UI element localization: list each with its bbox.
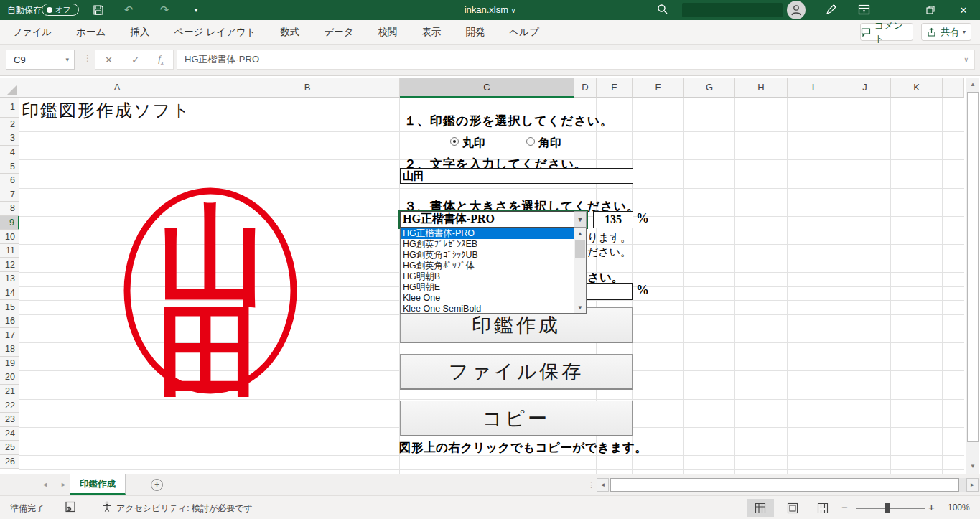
normal-view-icon[interactable] xyxy=(747,499,774,517)
sheet-nav-right-icon[interactable]: ► xyxy=(60,481,67,488)
cancel-icon[interactable]: ✕ xyxy=(105,55,113,65)
font-list-item-5[interactable]: HG明朝E xyxy=(401,282,574,293)
zoom-level[interactable]: 100% xyxy=(948,502,970,513)
row-header-18[interactable]: 18 xyxy=(0,342,19,357)
seal-text-input[interactable] xyxy=(400,168,633,184)
close-icon[interactable]: ✕ xyxy=(947,0,980,20)
ribbon-tab-8[interactable]: 開発 xyxy=(454,26,498,39)
row-header-13[interactable]: 13 xyxy=(0,272,19,286)
row-header-3[interactable]: 3 xyxy=(0,131,19,146)
row-header-2[interactable]: 2 xyxy=(0,118,19,132)
ribbon-tab-9[interactable]: ヘルプ xyxy=(498,26,551,39)
zoom-in-icon[interactable]: + xyxy=(928,501,935,513)
column-header-E[interactable]: E xyxy=(597,78,633,98)
scroll-up-icon[interactable]: ▲ xyxy=(967,78,979,90)
page-layout-view-icon[interactable] xyxy=(779,499,806,517)
row-header-7[interactable]: 7 xyxy=(0,187,19,202)
column-header-J[interactable]: J xyxy=(839,78,891,98)
zoom-slider-thumb[interactable] xyxy=(885,503,890,513)
column-header-H[interactable]: H xyxy=(735,78,788,98)
ribbon-tab-2[interactable]: 挿入 xyxy=(118,26,162,39)
column-header-F[interactable]: F xyxy=(633,78,684,98)
row-header-14[interactable]: 14 xyxy=(0,286,19,301)
zoom-slider[interactable] xyxy=(856,508,925,509)
hscroll-left-icon[interactable]: ◄ xyxy=(597,478,609,492)
row-header-21[interactable]: 21 xyxy=(0,385,19,399)
ink-pen-icon[interactable] xyxy=(823,2,839,17)
ribbon-tab-3[interactable]: ページ レイアウト xyxy=(162,26,268,39)
copy-button[interactable]: コピー xyxy=(400,401,633,436)
radio-kaku[interactable] xyxy=(526,137,535,146)
ribbon-tab-0[interactable]: ファイル xyxy=(0,26,64,39)
list-scroll-thumb[interactable] xyxy=(575,240,585,258)
font-list-item-2[interactable]: HG創英角ｺﾞｼｯｸUB xyxy=(401,250,574,261)
list-scrollbar[interactable]: ▲ ▼ xyxy=(574,228,586,313)
vertical-scrollbar[interactable]: ▲ ▼ xyxy=(966,78,979,474)
row-header-22[interactable]: 22 xyxy=(0,398,19,413)
macro-record-icon[interactable] xyxy=(65,501,76,513)
row-header-16[interactable]: 16 xyxy=(0,314,19,329)
row-header-6[interactable]: 6 xyxy=(0,174,19,188)
sheet-nav-left-icon[interactable]: ◄ xyxy=(42,481,48,488)
radio-kaku-label[interactable]: 角印 xyxy=(538,136,561,151)
font-list-item-6[interactable]: Klee One xyxy=(401,293,574,304)
search-icon[interactable] xyxy=(655,2,671,17)
title-chevron-icon[interactable]: ∨ xyxy=(511,7,516,14)
row-header-1[interactable]: 1 xyxy=(0,98,19,118)
vertical-scroll-thumb[interactable] xyxy=(967,92,979,442)
row-header-15[interactable]: 15 xyxy=(0,300,19,314)
column-header-B[interactable]: B xyxy=(215,78,400,98)
seal-image[interactable]: 山 田 xyxy=(121,185,300,397)
row-header-8[interactable]: 8 xyxy=(0,202,19,216)
row-header-17[interactable]: 17 xyxy=(0,328,19,342)
list-scroll-up-icon[interactable]: ▲ xyxy=(574,228,586,239)
save-file-button[interactable]: ファイル保存 xyxy=(400,354,633,390)
combobox-dropdown-icon[interactable]: ▼ xyxy=(574,211,587,228)
column-header-I[interactable]: I xyxy=(788,78,839,98)
ribbon-tab-5[interactable]: データ xyxy=(312,26,365,39)
hscroll-right-icon[interactable]: ► xyxy=(966,478,979,492)
sheet-tab-active[interactable]: 印鑑作成 xyxy=(70,474,126,495)
list-scroll-down-icon[interactable]: ▼ xyxy=(574,302,586,313)
formula-bar-input[interactable]: HG正楷書体-PRO ∨ xyxy=(177,50,975,70)
add-sheet-icon[interactable]: + xyxy=(151,479,163,491)
font-combobox[interactable]: HG正楷書体-PRO ▼ xyxy=(398,210,588,229)
size-input-2[interactable] xyxy=(583,283,633,300)
zoom-out-icon[interactable]: − xyxy=(841,501,848,513)
fx-icon[interactable]: fx xyxy=(158,53,164,66)
accessibility-status[interactable]: アクセシビリティ: 検討が必要です xyxy=(116,502,253,515)
row-header-26[interactable]: 26 xyxy=(0,455,19,469)
ribbon-display-icon[interactable] xyxy=(856,2,872,17)
row-header-9[interactable]: 9 xyxy=(0,216,19,230)
radio-maru[interactable] xyxy=(450,137,459,146)
hscroll-handle[interactable]: ⋮ xyxy=(587,480,595,490)
row-header-20[interactable]: 20 xyxy=(0,370,19,385)
row-header-24[interactable]: 24 xyxy=(0,427,19,441)
row-header-11[interactable]: 11 xyxy=(0,244,19,258)
column-header-K[interactable]: K xyxy=(891,78,943,98)
scroll-down-icon[interactable]: ▼ xyxy=(967,460,979,472)
size-input[interactable]: 135 xyxy=(593,211,633,228)
radio-maru-label[interactable]: 丸印 xyxy=(462,136,485,151)
ready-status[interactable]: 準備完了 xyxy=(10,502,45,515)
row-header-4[interactable]: 4 xyxy=(0,146,19,160)
column-header-A[interactable]: A xyxy=(19,78,215,98)
font-list-item-1[interactable]: HG創英ﾌﾟﾚｾﾞﾝｽEB xyxy=(401,239,574,250)
name-box-chevron-icon[interactable]: ▾ xyxy=(65,56,74,63)
row-header-12[interactable]: 12 xyxy=(0,258,19,272)
row-header-19[interactable]: 19 xyxy=(0,357,19,371)
horizontal-scroll-thumb[interactable] xyxy=(610,478,959,492)
column-header-G[interactable]: G xyxy=(684,78,735,98)
maximize-icon[interactable] xyxy=(914,0,947,20)
enter-icon[interactable]: ✓ xyxy=(131,55,139,65)
formula-bar-handle[interactable]: ⋮ xyxy=(83,53,92,63)
row-header-5[interactable]: 5 xyxy=(0,159,19,174)
formula-expand-chevron-icon[interactable]: ∨ xyxy=(963,56,974,63)
font-list-item-3[interactable]: HG創英角ﾎﾟｯﾌﾟ体 xyxy=(401,261,574,271)
page-break-view-icon[interactable] xyxy=(809,499,836,517)
comments-button[interactable]: コメント xyxy=(860,23,913,41)
name-box[interactable]: C9 ▾ xyxy=(6,50,75,70)
ribbon-tab-6[interactable]: 校閲 xyxy=(366,26,410,39)
share-button[interactable]: 共有 ▾ xyxy=(921,23,971,41)
row-header-23[interactable]: 23 xyxy=(0,413,19,427)
